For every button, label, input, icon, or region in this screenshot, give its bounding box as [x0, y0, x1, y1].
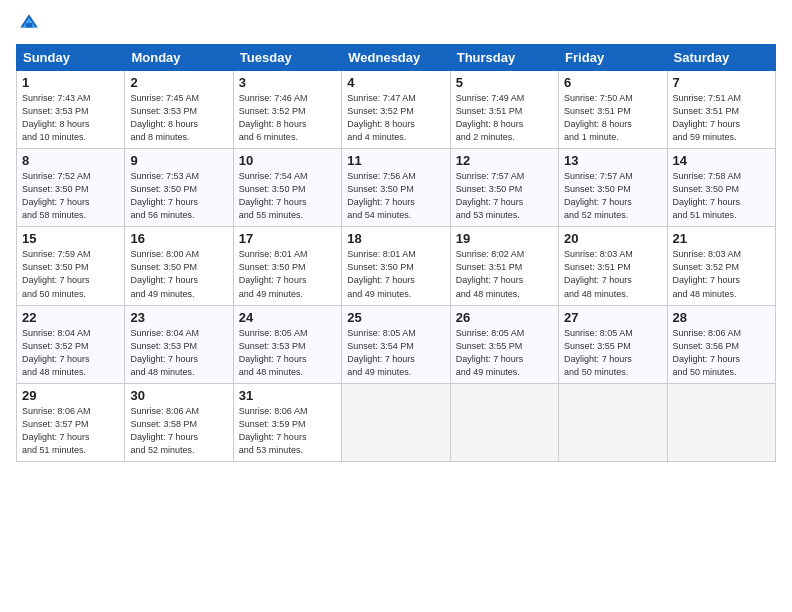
day-number: 14 — [673, 153, 770, 168]
calendar-cell: 4Sunrise: 7:47 AMSunset: 3:52 PMDaylight… — [342, 71, 450, 149]
calendar-table: SundayMondayTuesdayWednesdayThursdayFrid… — [16, 44, 776, 462]
calendar-cell: 12Sunrise: 7:57 AMSunset: 3:50 PMDayligh… — [450, 149, 558, 227]
day-number: 28 — [673, 310, 770, 325]
day-info: Sunrise: 7:49 AMSunset: 3:51 PMDaylight:… — [456, 93, 525, 142]
day-number: 30 — [130, 388, 227, 403]
calendar-cell: 24Sunrise: 8:05 AMSunset: 3:53 PMDayligh… — [233, 305, 341, 383]
calendar-cell: 11Sunrise: 7:56 AMSunset: 3:50 PMDayligh… — [342, 149, 450, 227]
calendar-cell: 3Sunrise: 7:46 AMSunset: 3:52 PMDaylight… — [233, 71, 341, 149]
calendar-cell: 28Sunrise: 8:06 AMSunset: 3:56 PMDayligh… — [667, 305, 775, 383]
col-header-saturday: Saturday — [667, 45, 775, 71]
day-number: 17 — [239, 231, 336, 246]
calendar-cell: 14Sunrise: 7:58 AMSunset: 3:50 PMDayligh… — [667, 149, 775, 227]
day-number: 25 — [347, 310, 444, 325]
calendar-cell: 9Sunrise: 7:53 AMSunset: 3:50 PMDaylight… — [125, 149, 233, 227]
calendar-cell: 31Sunrise: 8:06 AMSunset: 3:59 PMDayligh… — [233, 383, 341, 461]
calendar-cell — [559, 383, 667, 461]
day-number: 19 — [456, 231, 553, 246]
day-number: 21 — [673, 231, 770, 246]
day-number: 24 — [239, 310, 336, 325]
calendar-cell: 5Sunrise: 7:49 AMSunset: 3:51 PMDaylight… — [450, 71, 558, 149]
day-info: Sunrise: 7:54 AMSunset: 3:50 PMDaylight:… — [239, 171, 308, 220]
day-number: 13 — [564, 153, 661, 168]
calendar-cell: 6Sunrise: 7:50 AMSunset: 3:51 PMDaylight… — [559, 71, 667, 149]
calendar-cell: 18Sunrise: 8:01 AMSunset: 3:50 PMDayligh… — [342, 227, 450, 305]
day-info: Sunrise: 8:05 AMSunset: 3:55 PMDaylight:… — [456, 328, 525, 377]
day-number: 20 — [564, 231, 661, 246]
day-number: 2 — [130, 75, 227, 90]
calendar-cell: 21Sunrise: 8:03 AMSunset: 3:52 PMDayligh… — [667, 227, 775, 305]
calendar-cell: 30Sunrise: 8:06 AMSunset: 3:58 PMDayligh… — [125, 383, 233, 461]
day-info: Sunrise: 8:05 AMSunset: 3:55 PMDaylight:… — [564, 328, 633, 377]
day-number: 16 — [130, 231, 227, 246]
day-info: Sunrise: 8:03 AMSunset: 3:51 PMDaylight:… — [564, 249, 633, 298]
day-info: Sunrise: 7:52 AMSunset: 3:50 PMDaylight:… — [22, 171, 91, 220]
header — [16, 12, 776, 38]
day-number: 31 — [239, 388, 336, 403]
day-number: 18 — [347, 231, 444, 246]
day-info: Sunrise: 8:06 AMSunset: 3:56 PMDaylight:… — [673, 328, 742, 377]
day-number: 5 — [456, 75, 553, 90]
calendar-cell: 22Sunrise: 8:04 AMSunset: 3:52 PMDayligh… — [17, 305, 125, 383]
day-info: Sunrise: 7:50 AMSunset: 3:51 PMDaylight:… — [564, 93, 633, 142]
calendar-cell — [450, 383, 558, 461]
day-number: 6 — [564, 75, 661, 90]
day-number: 3 — [239, 75, 336, 90]
calendar-cell: 2Sunrise: 7:45 AMSunset: 3:53 PMDaylight… — [125, 71, 233, 149]
day-info: Sunrise: 7:46 AMSunset: 3:52 PMDaylight:… — [239, 93, 308, 142]
day-info: Sunrise: 7:47 AMSunset: 3:52 PMDaylight:… — [347, 93, 416, 142]
day-number: 7 — [673, 75, 770, 90]
calendar-cell: 17Sunrise: 8:01 AMSunset: 3:50 PMDayligh… — [233, 227, 341, 305]
calendar-cell: 8Sunrise: 7:52 AMSunset: 3:50 PMDaylight… — [17, 149, 125, 227]
day-info: Sunrise: 8:04 AMSunset: 3:53 PMDaylight:… — [130, 328, 199, 377]
day-number: 9 — [130, 153, 227, 168]
day-info: Sunrise: 8:01 AMSunset: 3:50 PMDaylight:… — [239, 249, 308, 298]
svg-rect-2 — [26, 23, 33, 27]
calendar-cell — [342, 383, 450, 461]
day-info: Sunrise: 7:51 AMSunset: 3:51 PMDaylight:… — [673, 93, 742, 142]
calendar-cell: 13Sunrise: 7:57 AMSunset: 3:50 PMDayligh… — [559, 149, 667, 227]
calendar-cell: 16Sunrise: 8:00 AMSunset: 3:50 PMDayligh… — [125, 227, 233, 305]
calendar-cell: 15Sunrise: 7:59 AMSunset: 3:50 PMDayligh… — [17, 227, 125, 305]
day-number: 22 — [22, 310, 119, 325]
calendar-cell: 27Sunrise: 8:05 AMSunset: 3:55 PMDayligh… — [559, 305, 667, 383]
day-number: 10 — [239, 153, 336, 168]
calendar-cell: 20Sunrise: 8:03 AMSunset: 3:51 PMDayligh… — [559, 227, 667, 305]
day-number: 29 — [22, 388, 119, 403]
calendar-cell: 7Sunrise: 7:51 AMSunset: 3:51 PMDaylight… — [667, 71, 775, 149]
day-info: Sunrise: 8:01 AMSunset: 3:50 PMDaylight:… — [347, 249, 416, 298]
calendar-cell — [667, 383, 775, 461]
calendar-cell: 10Sunrise: 7:54 AMSunset: 3:50 PMDayligh… — [233, 149, 341, 227]
page-container: SundayMondayTuesdayWednesdayThursdayFrid… — [0, 0, 792, 470]
day-info: Sunrise: 8:00 AMSunset: 3:50 PMDaylight:… — [130, 249, 199, 298]
day-info: Sunrise: 7:53 AMSunset: 3:50 PMDaylight:… — [130, 171, 199, 220]
calendar-cell: 26Sunrise: 8:05 AMSunset: 3:55 PMDayligh… — [450, 305, 558, 383]
day-info: Sunrise: 8:06 AMSunset: 3:59 PMDaylight:… — [239, 406, 308, 455]
day-number: 8 — [22, 153, 119, 168]
day-info: Sunrise: 8:03 AMSunset: 3:52 PMDaylight:… — [673, 249, 742, 298]
day-info: Sunrise: 8:06 AMSunset: 3:58 PMDaylight:… — [130, 406, 199, 455]
day-number: 4 — [347, 75, 444, 90]
col-header-friday: Friday — [559, 45, 667, 71]
calendar-cell: 25Sunrise: 8:05 AMSunset: 3:54 PMDayligh… — [342, 305, 450, 383]
day-number: 15 — [22, 231, 119, 246]
col-header-wednesday: Wednesday — [342, 45, 450, 71]
calendar-cell: 19Sunrise: 8:02 AMSunset: 3:51 PMDayligh… — [450, 227, 558, 305]
day-number: 27 — [564, 310, 661, 325]
day-info: Sunrise: 8:05 AMSunset: 3:54 PMDaylight:… — [347, 328, 416, 377]
col-header-tuesday: Tuesday — [233, 45, 341, 71]
day-number: 11 — [347, 153, 444, 168]
day-number: 1 — [22, 75, 119, 90]
day-number: 12 — [456, 153, 553, 168]
day-info: Sunrise: 8:05 AMSunset: 3:53 PMDaylight:… — [239, 328, 308, 377]
day-number: 26 — [456, 310, 553, 325]
day-info: Sunrise: 7:58 AMSunset: 3:50 PMDaylight:… — [673, 171, 742, 220]
day-info: Sunrise: 7:56 AMSunset: 3:50 PMDaylight:… — [347, 171, 416, 220]
col-header-sunday: Sunday — [17, 45, 125, 71]
calendar-cell: 29Sunrise: 8:06 AMSunset: 3:57 PMDayligh… — [17, 383, 125, 461]
day-info: Sunrise: 7:57 AMSunset: 3:50 PMDaylight:… — [564, 171, 633, 220]
day-info: Sunrise: 8:06 AMSunset: 3:57 PMDaylight:… — [22, 406, 91, 455]
day-number: 23 — [130, 310, 227, 325]
col-header-thursday: Thursday — [450, 45, 558, 71]
col-header-monday: Monday — [125, 45, 233, 71]
